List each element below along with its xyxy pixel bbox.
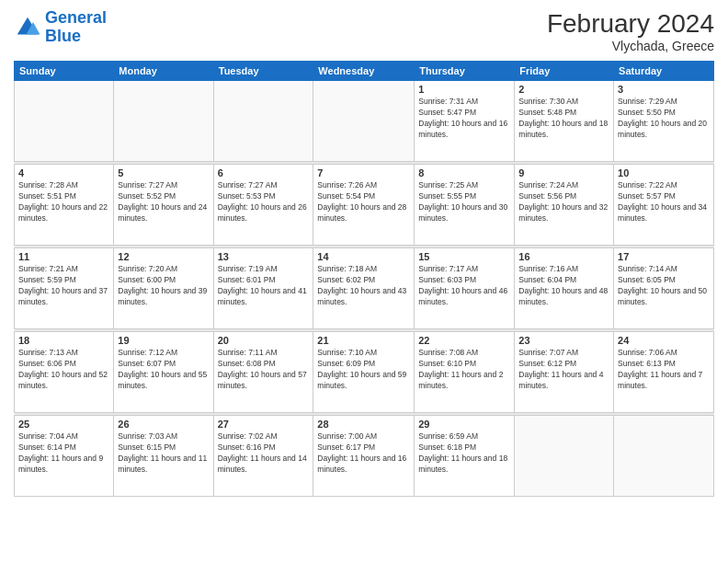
day-number: 20 [218, 335, 310, 346]
day-info: Sunrise: 6:59 AM Sunset: 6:18 PM Dayligh… [418, 431, 510, 476]
calendar-cell [114, 81, 213, 162]
day-info: Sunrise: 7:10 AM Sunset: 6:09 PM Dayligh… [317, 348, 410, 392]
calendar-cell: 25Sunrise: 7:04 AM Sunset: 6:14 PM Dayli… [15, 416, 114, 497]
calendar-cell: 10Sunrise: 7:22 AM Sunset: 5:57 PM Dayli… [614, 165, 714, 246]
day-info: Sunrise: 7:07 AM Sunset: 6:12 PM Dayligh… [518, 348, 609, 392]
calendar-cell: 28Sunrise: 7:00 AM Sunset: 6:17 PM Dayli… [313, 416, 415, 497]
day-number: 21 [317, 335, 410, 346]
calendar-cell: 20Sunrise: 7:11 AM Sunset: 6:08 PM Dayli… [213, 332, 313, 413]
day-number: 9 [518, 167, 609, 178]
calendar-week-5: 25Sunrise: 7:04 AM Sunset: 6:14 PM Dayli… [15, 416, 714, 497]
day-number: 19 [118, 335, 209, 346]
col-saturday: Saturday [614, 62, 714, 81]
logo: General Blue [14, 9, 107, 46]
calendar-week-2: 4Sunrise: 7:28 AM Sunset: 5:51 PM Daylig… [15, 165, 714, 246]
calendar-cell: 15Sunrise: 7:17 AM Sunset: 6:03 PM Dayli… [415, 248, 515, 329]
day-number: 7 [317, 167, 410, 178]
calendar-cell [213, 81, 313, 162]
calendar-cell: 21Sunrise: 7:10 AM Sunset: 6:09 PM Dayli… [313, 332, 415, 413]
calendar-body: 1Sunrise: 7:31 AM Sunset: 5:47 PM Daylig… [15, 81, 714, 497]
calendar-cell: 12Sunrise: 7:20 AM Sunset: 6:00 PM Dayli… [114, 248, 213, 329]
day-info: Sunrise: 7:29 AM Sunset: 5:50 PM Dayligh… [618, 97, 710, 141]
day-number: 16 [518, 251, 609, 262]
calendar-cell: 17Sunrise: 7:14 AM Sunset: 6:05 PM Dayli… [614, 248, 714, 329]
day-number: 17 [618, 251, 710, 262]
day-info: Sunrise: 7:04 AM Sunset: 6:14 PM Dayligh… [18, 431, 109, 476]
calendar-week-4: 18Sunrise: 7:13 AM Sunset: 6:06 PM Dayli… [15, 332, 714, 413]
day-info: Sunrise: 7:14 AM Sunset: 6:05 PM Dayligh… [618, 264, 710, 308]
title-block: February 2024 Vlychada, Greece [547, 9, 714, 53]
calendar-cell: 14Sunrise: 7:18 AM Sunset: 6:02 PM Dayli… [313, 248, 415, 329]
calendar-cell: 29Sunrise: 6:59 AM Sunset: 6:18 PM Dayli… [415, 416, 515, 497]
calendar-cell: 9Sunrise: 7:24 AM Sunset: 5:56 PM Daylig… [515, 165, 614, 246]
calendar-cell [515, 416, 614, 497]
day-info: Sunrise: 7:03 AM Sunset: 6:15 PM Dayligh… [118, 431, 209, 476]
day-info: Sunrise: 7:16 AM Sunset: 6:04 PM Dayligh… [518, 264, 609, 308]
location: Vlychada, Greece [547, 39, 714, 53]
calendar-cell: 19Sunrise: 7:12 AM Sunset: 6:07 PM Dayli… [114, 332, 213, 413]
calendar-cell [313, 81, 415, 162]
calendar-cell: 7Sunrise: 7:26 AM Sunset: 5:54 PM Daylig… [313, 165, 415, 246]
day-number: 3 [618, 84, 710, 95]
col-wednesday: Wednesday [313, 62, 415, 81]
calendar-header: Sunday Monday Tuesday Wednesday Thursday… [15, 62, 714, 81]
day-number: 29 [418, 419, 510, 430]
day-number: 26 [118, 419, 209, 430]
col-monday: Monday [114, 62, 213, 81]
day-info: Sunrise: 7:26 AM Sunset: 5:54 PM Dayligh… [317, 180, 410, 224]
day-number: 8 [418, 167, 510, 178]
day-info: Sunrise: 7:28 AM Sunset: 5:51 PM Dayligh… [18, 180, 109, 224]
header: General Blue February 2024 Vlychada, Gre… [14, 9, 714, 53]
day-info: Sunrise: 7:18 AM Sunset: 6:02 PM Dayligh… [317, 264, 410, 308]
day-info: Sunrise: 7:25 AM Sunset: 5:55 PM Dayligh… [418, 180, 510, 224]
calendar-cell: 13Sunrise: 7:19 AM Sunset: 6:01 PM Dayli… [213, 248, 313, 329]
calendar-cell: 2Sunrise: 7:30 AM Sunset: 5:48 PM Daylig… [515, 81, 614, 162]
day-number: 1 [418, 84, 510, 95]
day-info: Sunrise: 7:27 AM Sunset: 5:53 PM Dayligh… [218, 180, 310, 224]
day-info: Sunrise: 7:31 AM Sunset: 5:47 PM Dayligh… [418, 97, 510, 141]
calendar-cell [614, 416, 714, 497]
day-number: 14 [317, 251, 410, 262]
calendar-cell: 8Sunrise: 7:25 AM Sunset: 5:55 PM Daylig… [415, 165, 515, 246]
day-info: Sunrise: 7:11 AM Sunset: 6:08 PM Dayligh… [218, 348, 310, 392]
calendar-cell: 11Sunrise: 7:21 AM Sunset: 5:59 PM Dayli… [15, 248, 114, 329]
calendar-cell: 1Sunrise: 7:31 AM Sunset: 5:47 PM Daylig… [415, 81, 515, 162]
day-number: 27 [218, 419, 310, 430]
day-info: Sunrise: 7:30 AM Sunset: 5:48 PM Dayligh… [518, 97, 609, 141]
day-info: Sunrise: 7:27 AM Sunset: 5:52 PM Dayligh… [118, 180, 209, 224]
day-info: Sunrise: 7:08 AM Sunset: 6:10 PM Dayligh… [418, 348, 510, 392]
day-info: Sunrise: 7:17 AM Sunset: 6:03 PM Dayligh… [418, 264, 510, 308]
calendar-cell: 27Sunrise: 7:02 AM Sunset: 6:16 PM Dayli… [213, 416, 313, 497]
calendar-cell: 3Sunrise: 7:29 AM Sunset: 5:50 PM Daylig… [614, 81, 714, 162]
day-info: Sunrise: 7:00 AM Sunset: 6:17 PM Dayligh… [317, 431, 410, 476]
calendar-cell: 18Sunrise: 7:13 AM Sunset: 6:06 PM Dayli… [15, 332, 114, 413]
col-tuesday: Tuesday [213, 62, 313, 81]
logo-icon [14, 14, 41, 41]
day-number: 11 [18, 251, 109, 262]
calendar-cell: 22Sunrise: 7:08 AM Sunset: 6:10 PM Dayli… [415, 332, 515, 413]
page: General Blue February 2024 Vlychada, Gre… [0, 0, 728, 563]
day-number: 18 [18, 335, 109, 346]
calendar-cell: 5Sunrise: 7:27 AM Sunset: 5:52 PM Daylig… [114, 165, 213, 246]
day-info: Sunrise: 7:19 AM Sunset: 6:01 PM Dayligh… [218, 264, 310, 308]
calendar-cell: 23Sunrise: 7:07 AM Sunset: 6:12 PM Dayli… [515, 332, 614, 413]
col-sunday: Sunday [15, 62, 114, 81]
day-number: 10 [618, 167, 710, 178]
day-number: 2 [518, 84, 609, 95]
day-number: 6 [218, 167, 310, 178]
day-number: 22 [418, 335, 510, 346]
calendar-cell: 4Sunrise: 7:28 AM Sunset: 5:51 PM Daylig… [15, 165, 114, 246]
logo-text: General Blue [45, 9, 107, 46]
day-number: 24 [618, 335, 710, 346]
day-number: 15 [418, 251, 510, 262]
day-number: 13 [218, 251, 310, 262]
day-info: Sunrise: 7:20 AM Sunset: 6:00 PM Dayligh… [118, 264, 209, 308]
day-number: 23 [518, 335, 609, 346]
month-title: February 2024 [547, 9, 714, 39]
calendar-week-3: 11Sunrise: 7:21 AM Sunset: 5:59 PM Dayli… [15, 248, 714, 329]
day-number: 5 [118, 167, 209, 178]
day-info: Sunrise: 7:22 AM Sunset: 5:57 PM Dayligh… [618, 180, 710, 224]
col-friday: Friday [515, 62, 614, 81]
day-number: 12 [118, 251, 209, 262]
col-thursday: Thursday [415, 62, 515, 81]
